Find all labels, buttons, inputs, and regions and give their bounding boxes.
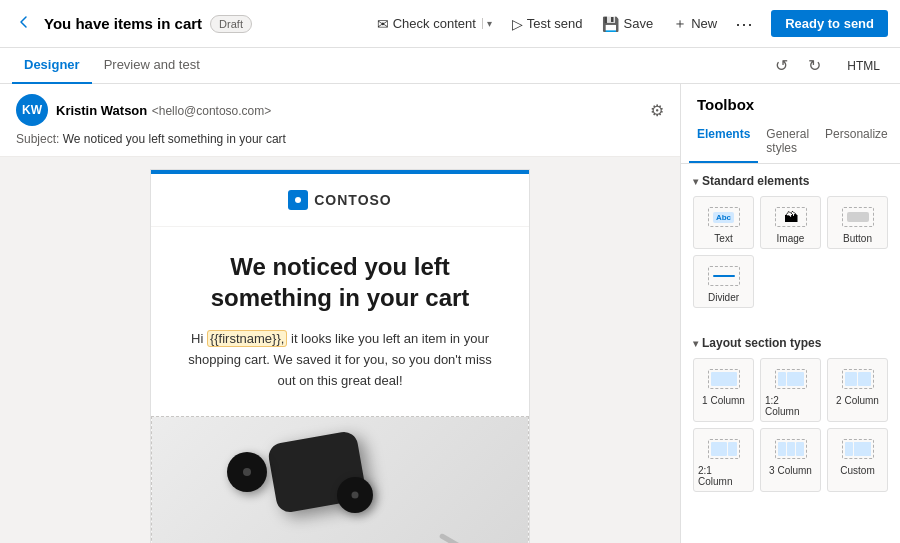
3col-3 <box>796 442 804 456</box>
redo-button[interactable]: ↻ <box>802 54 827 77</box>
sender-info: KW Kristin Watson <hello@contoso.com> <box>16 94 271 126</box>
divider-element-label: Divider <box>708 292 739 303</box>
custom-col-1 <box>845 442 853 456</box>
divider-line-icon <box>713 275 735 277</box>
12col-icon <box>773 367 809 391</box>
undo-button[interactable]: ↺ <box>769 54 794 77</box>
toolbox: Toolbox Elements General styles Personal… <box>680 84 900 543</box>
email-logo-area: CONTOSO <box>151 174 529 227</box>
tab-bar: Designer Preview and test ↺ ↻ HTML <box>0 48 900 84</box>
layouts-grid: 1 Column 1:2 Column <box>693 358 888 492</box>
text-abc-icon: Abc <box>713 212 734 223</box>
toolbox-title: Toolbox <box>681 84 900 121</box>
top-bar: You have items in cart Draft ✉ Check con… <box>0 0 900 48</box>
tab-designer[interactable]: Designer <box>12 48 92 84</box>
2col-icon <box>840 367 876 391</box>
element-button[interactable]: Button <box>827 196 888 249</box>
button-element-icon <box>840 205 876 229</box>
save-icon: 💾 <box>602 16 619 32</box>
standard-elements-header[interactable]: ▾ Standard elements <box>693 174 888 188</box>
email-headline: We noticed you left something in your ca… <box>181 251 499 313</box>
3col-label: 3 Column <box>769 465 812 476</box>
elements-grid: Abc Text 🏔 Image <box>693 196 888 308</box>
divider-element-icon <box>706 264 742 288</box>
toolbox-tab-personalize[interactable]: Personalize <box>817 121 896 163</box>
email-area: KW Kristin Watson <hello@contoso.com> ⚙ … <box>0 84 680 543</box>
text-element-icon: Abc <box>706 205 742 229</box>
earbud-left <box>227 452 267 492</box>
layout-section-header[interactable]: ▾ Layout section types <box>693 336 888 350</box>
1col-icon <box>706 367 742 391</box>
check-content-dropdown-icon[interactable]: ▾ <box>482 18 492 29</box>
new-label: New <box>691 16 717 31</box>
svg-point-1 <box>295 197 301 203</box>
test-send-icon: ▷ <box>512 16 523 32</box>
email-meta: KW Kristin Watson <hello@contoso.com> ⚙ … <box>0 84 680 157</box>
3col-icon <box>773 437 809 461</box>
tab-preview[interactable]: Preview and test <box>92 48 212 84</box>
3col-1 <box>778 442 786 456</box>
layout-custom[interactable]: Custom <box>827 428 888 492</box>
avatar: KW <box>16 94 48 126</box>
check-content-button[interactable]: ✉ Check content ▾ <box>369 12 500 36</box>
12col-label: 1:2 Column <box>765 395 816 417</box>
logo-text: CONTOSO <box>314 192 392 208</box>
toolbox-tab-elements[interactable]: Elements <box>689 121 758 163</box>
sender-email: <hello@contoso.com> <box>152 104 272 118</box>
check-content-icon: ✉ <box>377 16 389 32</box>
element-text[interactable]: Abc Text <box>693 196 754 249</box>
12col-right <box>787 372 804 386</box>
earbud-left-dot <box>243 468 251 476</box>
custom-label: Custom <box>840 465 874 476</box>
standard-elements-label: Standard elements <box>702 174 809 188</box>
2col-right <box>858 372 871 386</box>
button-element-label: Button <box>843 233 872 244</box>
layout-3col[interactable]: 3 Column <box>760 428 821 492</box>
back-button[interactable] <box>12 10 36 38</box>
save-button[interactable]: 💾 Save <box>594 12 661 36</box>
21col-right <box>728 442 736 456</box>
save-label: Save <box>623 16 653 31</box>
page-title: You have items in cart <box>44 15 202 32</box>
button-inner-icon <box>847 212 869 222</box>
more-options-button[interactable]: ⋯ <box>729 11 759 37</box>
sender-details: Kristin Watson <hello@contoso.com> <box>56 101 271 119</box>
new-button[interactable]: ＋ New <box>665 11 725 37</box>
ready-to-send-button[interactable]: Ready to send <box>771 10 888 37</box>
image-mountain-icon: 🏔 <box>784 209 798 225</box>
21col-label: 2:1 Column <box>698 465 749 487</box>
logo-icon <box>288 190 308 210</box>
test-send-button[interactable]: ▷ Test send <box>504 12 591 36</box>
layout-2col[interactable]: 2 Column <box>827 358 888 422</box>
add-icon: ＋ <box>673 15 687 33</box>
sender-name: Kristin Watson <box>56 103 147 118</box>
product-image <box>152 417 528 543</box>
html-label: HTML <box>847 59 880 73</box>
toolbox-tab-general[interactable]: General styles <box>758 121 817 163</box>
settings-button[interactable]: ⚙ <box>650 101 664 120</box>
test-send-label: Test send <box>527 16 583 31</box>
top-bar-left: You have items in cart Draft <box>12 10 361 38</box>
3col-2 <box>787 442 795 456</box>
accessory-item <box>439 533 467 543</box>
product-image-area[interactable] <box>151 416 529 543</box>
collapse-standard-icon: ▾ <box>693 176 698 187</box>
text-element-label: Text <box>714 233 732 244</box>
toolbox-tabs: Elements General styles Personalize <box>681 121 900 164</box>
main-layout: KW Kristin Watson <hello@contoso.com> ⚙ … <box>0 84 900 543</box>
2col-left <box>845 372 858 386</box>
layout-1col[interactable]: 1 Column <box>693 358 754 422</box>
element-image[interactable]: 🏔 Image <box>760 196 821 249</box>
email-canvas[interactable]: CONTOSO We noticed you left something in… <box>150 169 530 543</box>
custom-col-2 <box>854 442 871 456</box>
body-prefix: Hi <box>191 331 207 346</box>
layout-21col[interactable]: 2:1 Column <box>693 428 754 492</box>
element-divider[interactable]: Divider <box>693 255 754 308</box>
21col-left <box>711 442 728 456</box>
draft-badge: Draft <box>210 15 252 33</box>
html-button[interactable]: HTML <box>835 55 888 77</box>
layout-section: ▾ Layout section types 1 Column <box>681 326 900 510</box>
image-element-icon: 🏔 <box>773 205 809 229</box>
21col-icon <box>706 437 742 461</box>
layout-12col[interactable]: 1:2 Column <box>760 358 821 422</box>
